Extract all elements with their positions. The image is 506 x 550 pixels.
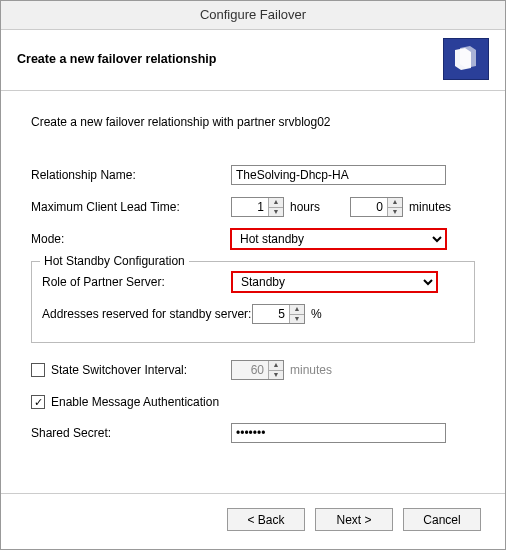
mclt-minutes-spinner[interactable]: ▲▼ xyxy=(350,197,403,217)
dhcp-failover-icon xyxy=(443,38,489,80)
spinner-up-icon[interactable]: ▲ xyxy=(388,198,402,208)
auth-checkbox[interactable] xyxy=(31,395,45,409)
row-switchover: State Switchover Interval: ▲▼ minutes xyxy=(31,357,475,383)
partner-role-label: Role of Partner Server: xyxy=(42,275,232,289)
relationship-name-input[interactable] xyxy=(231,165,446,185)
row-mclt: Maximum Client Lead Time: ▲▼ hours ▲▼ mi… xyxy=(31,197,475,217)
mclt-hours-input[interactable] xyxy=(232,198,268,216)
shared-secret-input[interactable] xyxy=(231,423,446,443)
row-reserved-addresses: Addresses reserved for standby server: ▲… xyxy=(42,304,464,324)
shared-secret-label: Shared Secret: xyxy=(31,426,231,440)
switchover-label: State Switchover Interval: xyxy=(51,363,187,377)
reserved-spinner[interactable]: ▲▼ xyxy=(252,304,305,324)
row-auth: Enable Message Authentication xyxy=(31,395,475,409)
wizard-buttons: < Back Next > Cancel xyxy=(1,493,505,531)
group-legend: Hot Standby Configuration xyxy=(40,254,189,268)
percent-unit: % xyxy=(311,307,322,321)
page-title: Create a new failover relationship xyxy=(17,52,216,66)
switchover-checkbox[interactable] xyxy=(31,363,45,377)
mclt-label: Maximum Client Lead Time: xyxy=(31,200,231,214)
wizard-content: Create a new failover relationship with … xyxy=(1,91,505,465)
reserved-addresses-label: Addresses reserved for standby server: xyxy=(42,307,252,321)
spinner-up-icon[interactable]: ▲ xyxy=(290,305,304,315)
wizard-header: Create a new failover relationship xyxy=(1,30,505,91)
mode-select[interactable]: Hot standby xyxy=(231,229,446,249)
switchover-unit: minutes xyxy=(290,363,332,377)
intro-text: Create a new failover relationship with … xyxy=(31,115,475,129)
mode-label: Mode: xyxy=(31,232,231,246)
row-relationship-name: Relationship Name: xyxy=(31,165,475,185)
spinner-down-icon: ▼ xyxy=(269,371,283,380)
next-button[interactable]: Next > xyxy=(315,508,393,531)
row-shared-secret: Shared Secret: xyxy=(31,423,475,443)
mclt-minutes-input[interactable] xyxy=(351,198,387,216)
back-button[interactable]: < Back xyxy=(227,508,305,531)
switchover-spinner: ▲▼ xyxy=(231,360,284,380)
mclt-hours-spinner[interactable]: ▲▼ xyxy=(231,197,284,217)
spinner-down-icon[interactable]: ▼ xyxy=(388,208,402,217)
row-mode: Mode: Hot standby xyxy=(31,229,475,249)
switchover-input xyxy=(232,361,268,379)
hot-standby-group: Hot Standby Configuration Role of Partne… xyxy=(31,261,475,343)
auth-label: Enable Message Authentication xyxy=(51,395,219,409)
cancel-button[interactable]: Cancel xyxy=(403,508,481,531)
partner-role-select[interactable]: Standby xyxy=(232,272,437,292)
minutes-unit: minutes xyxy=(409,200,451,214)
spinner-up-icon: ▲ xyxy=(269,361,283,371)
spinner-up-icon[interactable]: ▲ xyxy=(269,198,283,208)
relationship-name-label: Relationship Name: xyxy=(31,168,231,182)
reserved-input[interactable] xyxy=(253,305,289,323)
spinner-down-icon[interactable]: ▼ xyxy=(290,315,304,324)
window-title: Configure Failover xyxy=(1,1,505,30)
hours-unit: hours xyxy=(290,200,320,214)
spinner-down-icon[interactable]: ▼ xyxy=(269,208,283,217)
row-partner-role: Role of Partner Server: Standby xyxy=(42,272,464,292)
